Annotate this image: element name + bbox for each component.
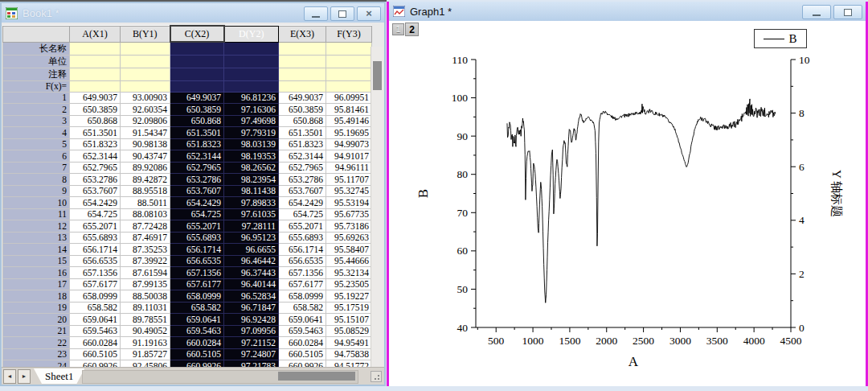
cell[interactable]: 651.3501: [170, 127, 224, 139]
cell[interactable]: 98.19353: [224, 150, 279, 163]
cell[interactable]: 95.81461: [326, 104, 372, 116]
row-number[interactable]: 1: [3, 92, 70, 104]
special-cell[interactable]: [279, 55, 326, 68]
cell[interactable]: 657.6177: [279, 278, 326, 290]
cell[interactable]: 87.72428: [121, 220, 170, 233]
special-cell[interactable]: [121, 68, 170, 80]
special-cell[interactable]: [279, 68, 326, 80]
cell[interactable]: 651.8323: [170, 138, 224, 150]
cell[interactable]: 91.19163: [121, 337, 170, 349]
column-header-D[interactable]: D(Y2): [224, 26, 279, 42]
cell[interactable]: 94.75838: [326, 348, 372, 360]
cell[interactable]: 652.7965: [170, 162, 224, 174]
cell[interactable]: 651.8323: [70, 138, 121, 150]
special-cell[interactable]: [224, 42, 279, 55]
row-number[interactable]: 4: [3, 127, 70, 139]
cell[interactable]: 97.79319: [224, 127, 279, 139]
cell[interactable]: 95.19695: [326, 127, 372, 139]
row-number[interactable]: 16: [3, 267, 70, 279]
cell[interactable]: 650.3859: [279, 104, 326, 116]
cell[interactable]: 95.44666: [326, 255, 372, 267]
special-cell[interactable]: [121, 42, 170, 55]
row-number[interactable]: 14: [3, 244, 70, 256]
cell[interactable]: 660.5105: [170, 348, 224, 360]
cell[interactable]: 652.3144: [170, 150, 224, 163]
column-header-E[interactable]: E(X3): [279, 26, 326, 42]
plot-area[interactable]: 5001000150020002500300035004000450040506…: [389, 21, 866, 386]
y-right-axis-title[interactable]: Y 轴标题: [830, 170, 843, 217]
layer-1-button[interactable]: 1: [392, 23, 404, 35]
cell[interactable]: 97.21152: [224, 337, 279, 349]
cell[interactable]: 651.3501: [279, 127, 326, 139]
cell[interactable]: 96.40144: [224, 278, 279, 290]
cell[interactable]: 654.725: [279, 208, 326, 220]
resize-grip[interactable]: [371, 371, 382, 382]
special-cell[interactable]: [279, 80, 326, 92]
column-header-B[interactable]: B(Y1): [121, 26, 170, 42]
cell[interactable]: 655.6893: [170, 232, 224, 244]
cell[interactable]: 658.582: [279, 302, 326, 314]
column-header-F[interactable]: F(Y3): [326, 26, 372, 42]
cell[interactable]: 92.09806: [121, 115, 170, 127]
cell[interactable]: 98.11438: [224, 185, 279, 197]
cell[interactable]: 95.49146: [326, 115, 372, 127]
special-cell[interactable]: [279, 42, 326, 55]
cell[interactable]: 652.3144: [279, 150, 326, 163]
cell[interactable]: 96.46442: [224, 255, 279, 267]
cell[interactable]: 97.61035: [224, 208, 279, 220]
cell[interactable]: 88.95518: [121, 185, 170, 197]
book1-restore-button[interactable]: [330, 6, 354, 21]
cell[interactable]: 95.15107: [326, 314, 372, 326]
cell[interactable]: 655.2071: [170, 220, 224, 233]
row-number[interactable]: 23: [3, 348, 70, 360]
cell[interactable]: 659.0641: [70, 314, 121, 326]
cell[interactable]: 96.81236: [224, 92, 279, 104]
vertical-scrollbar[interactable]: [371, 47, 383, 367]
special-cell[interactable]: [326, 55, 372, 68]
cell[interactable]: 95.08529: [326, 325, 372, 337]
cell[interactable]: 87.61594: [121, 267, 170, 279]
vertical-scrollbar-thumb[interactable]: [373, 61, 382, 90]
cell[interactable]: 656.1714: [70, 244, 121, 256]
cell[interactable]: 87.39922: [121, 255, 170, 267]
cell[interactable]: 651.3501: [70, 127, 121, 139]
cell[interactable]: 89.78551: [121, 314, 170, 326]
cell[interactable]: 90.49052: [121, 325, 170, 337]
cell[interactable]: 653.7607: [170, 185, 224, 197]
special-cell[interactable]: [326, 80, 372, 92]
layer-2-button[interactable]: 2: [405, 23, 419, 36]
cell[interactable]: 97.28111: [224, 220, 279, 233]
corner-cell[interactable]: [3, 26, 70, 42]
special-cell[interactable]: [70, 68, 121, 80]
special-row-label[interactable]: 单位: [3, 55, 70, 68]
cell[interactable]: 656.6535: [70, 255, 121, 267]
cell[interactable]: 96.37443: [224, 267, 279, 279]
cell[interactable]: 97.16306: [224, 104, 279, 116]
cell[interactable]: 88.50038: [121, 290, 170, 303]
special-row-label[interactable]: F(x)=: [3, 80, 70, 92]
cell[interactable]: 91.85727: [121, 348, 170, 360]
cell[interactable]: 658.0999: [170, 290, 224, 303]
cell[interactable]: 654.2429: [170, 197, 224, 209]
cell[interactable]: 88.5011: [121, 197, 170, 209]
cell[interactable]: 654.725: [70, 208, 121, 220]
row-number[interactable]: 15: [3, 255, 70, 267]
row-number[interactable]: 18: [3, 290, 70, 303]
cell[interactable]: 654.2429: [70, 197, 121, 209]
special-cell[interactable]: [121, 80, 170, 92]
cell[interactable]: 92.60354: [121, 104, 170, 116]
cell[interactable]: 658.582: [70, 302, 121, 314]
cell[interactable]: 657.6177: [70, 278, 121, 290]
cell[interactable]: 97.89833: [224, 197, 279, 209]
cell[interactable]: 650.3859: [170, 104, 224, 116]
cell[interactable]: 650.3859: [70, 104, 121, 116]
spectrum-curve[interactable]: [507, 99, 776, 303]
sheet-tab-sheet1[interactable]: Sheet1: [34, 368, 84, 384]
cell[interactable]: 658.0999: [70, 290, 121, 303]
cell[interactable]: 91.54347: [121, 127, 170, 139]
graph1-minimize-button[interactable]: [802, 5, 831, 19]
special-cell[interactable]: [70, 55, 121, 68]
cell[interactable]: 89.42872: [121, 174, 170, 186]
cell[interactable]: 656.1714: [279, 244, 326, 256]
special-cell[interactable]: [326, 68, 372, 80]
